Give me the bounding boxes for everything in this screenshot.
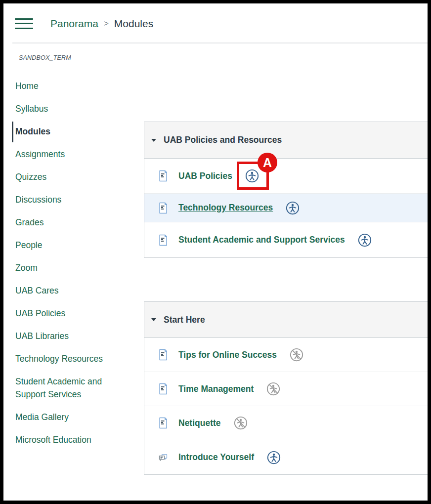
accessibility-icon[interactable] [358,233,372,247]
sidebar-link-media-gallery[interactable]: Media Gallery [15,411,69,423]
item-link-netiquette[interactable]: Netiquette [178,418,221,428]
sidebar-link-student-academic-support[interactable]: Student Academic and Support Services [15,375,120,401]
term-label: SANDBOX_TERM [19,54,144,61]
module-item-netiquette: Netiquette [144,406,428,440]
breadcrumb: Panorama > Modules [50,18,153,30]
module-uab-policies-and-resources: UAB Policies and Resources UAB Policies … [144,122,428,258]
page-document-icon [158,234,168,246]
sidebar-link-quizzes[interactable]: Quizzes [15,170,46,183]
modules-content-area: UAB Policies and Resources UAB Policies … [144,43,428,504]
item-link-tips-for-online-success[interactable]: Tips for Online Success [178,350,277,360]
sidebar-link-assignments[interactable]: Assignments [15,148,65,161]
module-start-here: Start Here Tips for Online Success Time … [144,301,428,475]
sidebar-item-media-gallery[interactable]: Media Gallery [15,411,120,423]
sidebar-item-uab-cares[interactable]: UAB Cares [15,284,120,297]
item-link-student-academic-support[interactable]: Student Academic and Support Services [178,235,345,245]
sidebar-link-uab-cares[interactable]: UAB Cares [15,284,59,297]
sidebar-link-uab-libraries[interactable]: UAB Libraries [15,330,69,342]
sidebar-link-people[interactable]: People [15,239,43,252]
accessibility-icon[interactable] [267,451,281,464]
sidebar-item-people[interactable]: People [15,239,120,252]
sidebar-item-home[interactable]: Home [15,80,120,92]
annotation-label-badge: A [258,153,277,172]
accessibility-icon-wrap [290,348,303,362]
accessibility-icon-wrap [286,201,300,215]
sidebar-link-grades[interactable]: Grades [15,216,43,229]
accessibility-icon-wrap [267,451,281,464]
accessibility-icon-wrap [266,382,280,396]
page-document-icon [158,417,168,429]
item-link-uab-policies[interactable]: UAB Policies [178,171,232,181]
sidebar-item-student-academic-support[interactable]: Student Academic and Support Services [15,375,120,401]
sidebar-item-discussions[interactable]: Discussions [15,193,120,206]
sidebar-link-syllabus[interactable]: Syllabus [15,102,48,115]
module-header-start-here[interactable]: Start Here [144,302,428,338]
item-link-technology-resources[interactable]: Technology Resources [178,203,273,213]
sidebar-item-technology-resources[interactable]: Technology Resources [15,352,120,365]
module-item-uab-policies: UAB Policies A [144,159,428,194]
discussion-icon [158,452,168,463]
sidebar-item-syllabus[interactable]: Syllabus [15,102,120,115]
item-link-time-management[interactable]: Time Management [178,384,254,394]
breadcrumb-course-link[interactable]: Panorama [50,18,98,30]
item-link-introduce-yourself[interactable]: Introduce Yourself [178,452,254,462]
sidebar-item-modules[interactable]: Modules [15,125,120,138]
sidebar-link-microsoft-education[interactable]: Microsoft Education [15,433,91,446]
collapse-triangle-icon [151,139,156,142]
sidebar-item-microsoft-education[interactable]: Microsoft Education [15,433,120,446]
module-item-tips-for-online-success: Tips for Online Success [144,338,428,372]
course-navigation-sidebar: SANDBOX_TERM Home Syllabus Modules Assig… [3,43,144,456]
hamburger-menu-icon[interactable] [15,18,33,29]
module-item-time-management: Time Management [144,372,428,406]
breadcrumb-current-page: Modules [114,18,153,30]
sidebar-link-uab-policies[interactable]: UAB Policies [15,307,65,320]
sidebar-item-uab-policies[interactable]: UAB Policies [15,307,120,320]
top-navigation-bar: Panorama > Modules [3,3,428,43]
breadcrumb-separator: > [104,19,109,29]
screenshot-frame: Panorama > Modules SANDBOX_TERM Home Syl… [0,0,431,504]
accessibility-icon[interactable] [286,201,300,215]
page-document-icon [158,383,168,395]
module-item-introduce-yourself: Introduce Yourself [144,440,428,474]
collapse-triangle-icon [151,318,156,321]
accessibility-disabled-icon[interactable] [266,382,280,396]
module-item-technology-resources: Technology Resources [144,194,428,222]
module-header-uab-policies-and-resources[interactable]: UAB Policies and Resources [144,122,428,159]
sidebar-item-zoom[interactable]: Zoom [15,261,120,274]
accessibility-disabled-icon[interactable] [290,348,303,362]
module-item-student-academic-support: Student Academic and Support Services [144,222,428,257]
sidebar-item-uab-libraries[interactable]: UAB Libraries [15,330,120,342]
sidebar-link-zoom[interactable]: Zoom [15,261,38,274]
sidebar-link-technology-resources[interactable]: Technology Resources [15,352,103,365]
accessibility-annotation-target: A [245,169,259,183]
accessibility-icon-wrap [358,233,372,247]
page-document-icon [158,202,168,214]
sidebar-link-home[interactable]: Home [15,80,39,92]
accessibility-disabled-icon[interactable] [234,416,248,430]
accessibility-icon-wrap [234,416,248,430]
sidebar-link-modules[interactable]: Modules [15,125,50,138]
sidebar-link-discussions[interactable]: Discussions [15,193,61,206]
course-nav-list: Home Syllabus Modules Assignments Quizze… [15,80,144,446]
page-document-icon [158,349,168,361]
sidebar-item-grades[interactable]: Grades [15,216,120,229]
sidebar-item-assignments[interactable]: Assignments [15,148,120,161]
module-title: Start Here [164,315,205,325]
sidebar-item-quizzes[interactable]: Quizzes [15,170,120,183]
module-title: UAB Policies and Resources [164,135,282,145]
page-document-icon [158,170,168,182]
